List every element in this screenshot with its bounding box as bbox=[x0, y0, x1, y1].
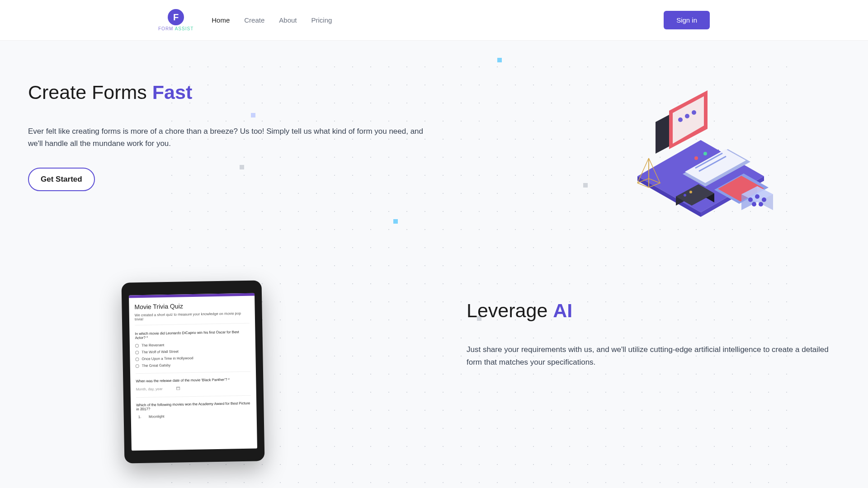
get-started-button[interactable]: Get Started bbox=[28, 168, 95, 191]
option-label: The Great Gatsby bbox=[142, 363, 171, 368]
hero1-title: Create Forms Fast bbox=[28, 81, 426, 103]
signin-button[interactable]: Sign in bbox=[664, 11, 710, 29]
logo-form: FORM bbox=[158, 26, 173, 31]
hero1-text: Create Forms Fast Ever felt like creatin… bbox=[28, 81, 426, 191]
calendar-icon bbox=[176, 386, 180, 391]
nav-home[interactable]: Home bbox=[212, 16, 230, 24]
header: FORM ASSIST Home Create About Pricing Si… bbox=[0, 0, 868, 41]
form-option: Once Upon a Time in Hollywood bbox=[135, 355, 250, 361]
radio-icon bbox=[135, 357, 139, 361]
logo-icon bbox=[168, 9, 184, 25]
form-description: We created a short quiz to measure your … bbox=[135, 311, 250, 325]
hero2-title: Leverage AI bbox=[467, 300, 840, 322]
form-question-3: Which of the following movies won the Ac… bbox=[136, 401, 251, 411]
hero1-title-prefix: Create Forms bbox=[28, 81, 152, 103]
svg-point-8 bbox=[692, 110, 696, 115]
form-option: The Revenant bbox=[135, 342, 250, 347]
tablet-content: Movie Trivia Quiz We created a short qui… bbox=[129, 296, 257, 427]
option-label: Once Upon a Time in Hollywood bbox=[142, 356, 193, 361]
hero1-title-accent: Fast bbox=[152, 81, 192, 103]
divider bbox=[136, 395, 251, 398]
form-option: The Great Gatsby bbox=[136, 362, 250, 368]
nav-about[interactable]: About bbox=[279, 16, 297, 24]
svg-rect-35 bbox=[176, 387, 179, 390]
hero-section-2: Movie Trivia Quiz We created a short qui… bbox=[0, 191, 868, 462]
form-title: Movie Trivia Quiz bbox=[134, 301, 249, 310]
date-input-mock: Month, day, year bbox=[136, 385, 251, 392]
tablet-screen: Movie Trivia Quiz We created a short qui… bbox=[129, 293, 257, 451]
hero2-title-accent: AI bbox=[553, 300, 572, 321]
logo-assist: ASSIST bbox=[175, 26, 194, 31]
svg-point-14 bbox=[694, 156, 698, 160]
hero1-description: Ever felt like creating forms is more of… bbox=[28, 125, 426, 150]
form-question-1: In which movie did Leonardo DiCaprio win… bbox=[135, 330, 250, 340]
main-nav: Home Create About Pricing bbox=[212, 16, 332, 24]
svg-point-7 bbox=[685, 114, 689, 118]
option-label: The Wolf of Wall Street bbox=[142, 350, 179, 354]
form-numbered-option: 1. Moonlight bbox=[138, 413, 251, 419]
option-number: 1. bbox=[138, 415, 142, 419]
nav-create[interactable]: Create bbox=[244, 16, 264, 24]
radio-icon bbox=[135, 344, 139, 347]
nav-pricing[interactable]: Pricing bbox=[311, 16, 332, 24]
tablet-mockup: Movie Trivia Quiz We created a short qui… bbox=[122, 281, 265, 464]
option-label: The Revenant bbox=[142, 343, 164, 347]
radio-icon bbox=[135, 351, 139, 354]
header-left: FORM ASSIST Home Create About Pricing bbox=[158, 9, 332, 31]
date-placeholder: Month, day, year bbox=[136, 387, 163, 392]
radio-icon bbox=[136, 364, 139, 368]
svg-point-6 bbox=[678, 117, 683, 122]
divider bbox=[136, 371, 250, 374]
logo[interactable]: FORM ASSIST bbox=[158, 9, 193, 31]
hero2-description: Just share your requirements with us, an… bbox=[467, 343, 840, 368]
hero2-text: Leverage AI Just share your requirements… bbox=[467, 282, 840, 462]
logo-text: FORM ASSIST bbox=[158, 26, 193, 31]
form-question-2: When was the release date of the movie '… bbox=[136, 377, 250, 383]
form-option: The Wolf of Wall Street bbox=[135, 348, 250, 354]
svg-point-15 bbox=[703, 152, 707, 155]
hero2-title-prefix: Leverage bbox=[467, 300, 553, 321]
option-label: Moonlight bbox=[149, 414, 165, 419]
